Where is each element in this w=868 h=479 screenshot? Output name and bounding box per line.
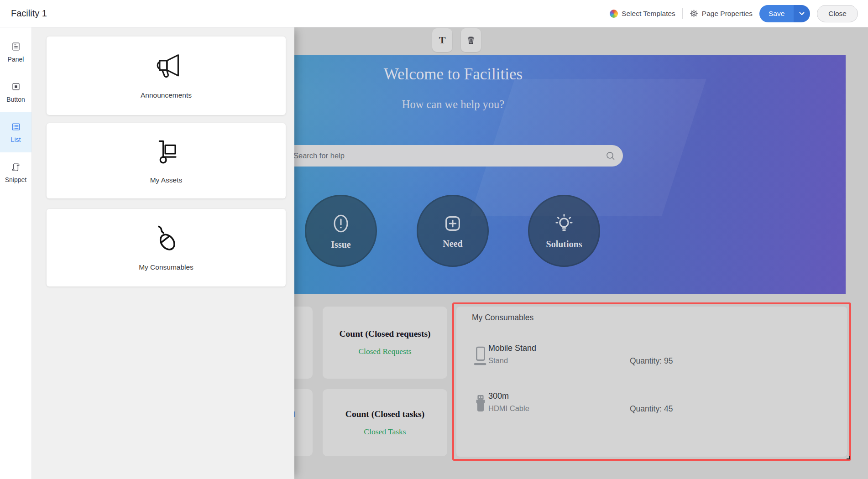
page-title: Facility 1 <box>11 8 47 19</box>
snippet-icon <box>11 162 21 172</box>
save-dropdown-button[interactable] <box>794 5 810 22</box>
delete-tool-button[interactable] <box>461 28 481 52</box>
widget-card-label: My Consumables <box>139 263 193 271</box>
panel-icon <box>11 42 21 52</box>
action-label: Need <box>443 239 462 249</box>
list-icon <box>11 122 21 132</box>
mouse-icon <box>151 224 181 254</box>
consumable-name: Mobile Stand <box>488 344 536 353</box>
sidebar-item-list[interactable]: List <box>0 112 31 152</box>
widget-card-my-consumables[interactable]: My Consumables <box>47 209 286 286</box>
magnifier-icon <box>606 151 616 161</box>
sidebar-item-label: Panel <box>8 56 24 63</box>
page-properties-label: Page Properties <box>702 10 753 18</box>
consumable-category: Stand <box>488 356 508 365</box>
text-tool-button[interactable]: T <box>432 28 452 52</box>
stat-card-closed-tasks[interactable]: Count (Closed tasks) Closed Tasks <box>323 389 447 456</box>
sidebar-item-label: Snippet <box>5 176 26 183</box>
closed-tasks-link[interactable]: Closed Tasks <box>364 427 406 437</box>
bulb-icon <box>554 213 575 234</box>
widget-card-label: My Assets <box>150 176 183 184</box>
stat-card-title: Count (Closed requests) <box>339 329 430 339</box>
action-label: Issue <box>331 240 350 250</box>
sidebar-item-label: List <box>11 136 21 143</box>
templates-palette-icon <box>610 10 618 18</box>
stat-card-title: Count (Closed tasks) <box>345 409 424 419</box>
sidebar-item-label: Button <box>6 96 25 103</box>
select-templates-button[interactable]: Select Templates <box>610 10 675 18</box>
list-widget-drawer: Announcements My Assets My Consumables <box>32 27 294 479</box>
mobile-stand-icon <box>473 344 488 368</box>
widget-card-label: Announcements <box>141 91 192 99</box>
consumable-category: HDMI Cable <box>488 404 529 413</box>
help-search-bar[interactable] <box>283 145 623 167</box>
button-icon <box>11 82 21 92</box>
need-action-button[interactable]: Need <box>417 195 489 267</box>
widget-card-announcements[interactable]: Announcements <box>47 36 286 115</box>
consumable-quantity: Quantity: 45 <box>630 404 673 414</box>
handtruck-icon <box>151 138 181 167</box>
save-button[interactable]: Save <box>759 5 794 22</box>
sidebar-item-button[interactable]: Button <box>0 72 31 112</box>
sidebar-item-snippet[interactable]: Snippet <box>0 152 31 193</box>
save-split-button[interactable]: Save <box>759 5 810 22</box>
plus-icon <box>442 213 463 234</box>
text-tool-label: T <box>439 34 446 46</box>
solutions-action-button[interactable]: Solutions <box>528 195 600 267</box>
consumables-panel-title: My Consumables <box>472 313 533 323</box>
consumable-name: 300m <box>488 391 509 401</box>
sidebar-item-panel[interactable]: Panel <box>0 32 31 72</box>
consumable-list-item[interactable]: 300m HDMI Cable Quantity: 45 <box>456 392 847 420</box>
gear-icon <box>690 9 698 18</box>
chevron-down-icon <box>799 12 805 16</box>
resize-handle[interactable] <box>847 456 850 459</box>
builder-header: Facility 1 Select Templates Page Propert… <box>0 0 868 27</box>
alert-icon <box>330 212 351 235</box>
consumable-quantity: Quantity: 95 <box>630 356 673 366</box>
action-label: Solutions <box>546 239 582 250</box>
my-consumables-panel[interactable]: My Consumables Mobile Stand Stand Quanti… <box>456 307 847 457</box>
hdmi-plug-icon <box>473 393 488 414</box>
stat-card-closed-requests[interactable]: Count (Closed requests) Closed Requests <box>323 307 447 379</box>
search-input[interactable] <box>283 145 606 167</box>
closed-requests-link[interactable]: Closed Requests <box>358 347 411 356</box>
page-properties-button[interactable]: Page Properties <box>690 9 753 18</box>
my-consumables-widget-selected[interactable]: My Consumables Mobile Stand Stand Quanti… <box>452 302 851 461</box>
issue-action-button[interactable]: Issue <box>305 195 377 267</box>
megaphone-icon <box>150 52 183 82</box>
widget-type-sidebar: Panel Button List <box>0 27 32 479</box>
trash-icon <box>466 35 476 45</box>
divider <box>682 8 683 19</box>
consumable-list-item[interactable]: Mobile Stand Stand Quantity: 95 <box>456 344 847 372</box>
divider <box>456 330 847 330</box>
select-templates-label: Select Templates <box>622 10 675 18</box>
close-button[interactable]: Close <box>817 5 858 22</box>
widget-card-my-assets[interactable]: My Assets <box>47 123 286 198</box>
